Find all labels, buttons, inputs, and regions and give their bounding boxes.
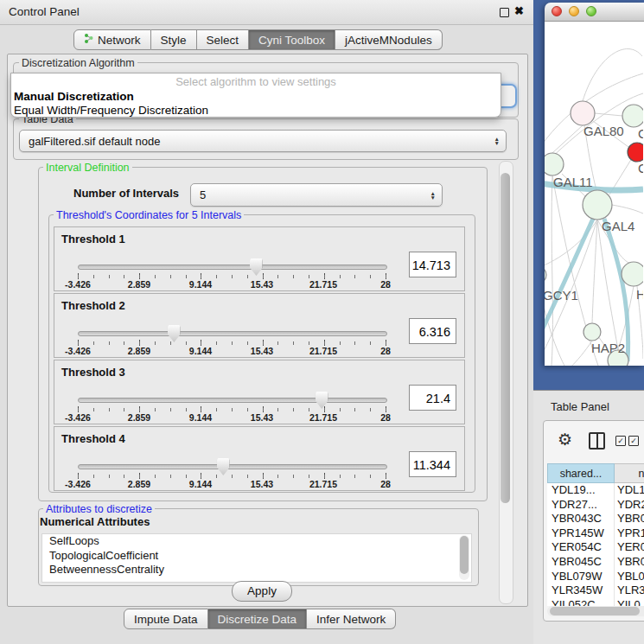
node-hap2 — [583, 323, 601, 341]
control-panel-tabs: Network Style Select Cyni Toolbox jActiv… — [73, 29, 443, 50]
table-row[interactable]: YBR045CYBR0 — [547, 555, 644, 570]
column-header-name[interactable]: na — [615, 463, 644, 483]
mac-minimize-button[interactable] — [569, 6, 579, 16]
tab-select[interactable]: Select — [197, 29, 250, 50]
discretization-algorithm-label: Discretization Algorithm — [19, 57, 137, 69]
tab-infer-network[interactable]: Infer Network — [307, 609, 396, 629]
node-label-clipped-c: C — [638, 161, 643, 175]
network-canvas[interactable]: GAL80 GA C GAL11 GAL4 GCY1 HA HAP2 — [545, 22, 644, 366]
number-of-intervals-label: Number of Intervals — [73, 187, 179, 200]
list-item-topologicalcoefficient[interactable]: TopologicalCoefficient — [42, 549, 471, 564]
float-window-icon[interactable] — [500, 8, 509, 17]
table-row[interactable]: YPR145WYPR1 — [547, 526, 644, 541]
network-view-window[interactable]: GAL80 GA C GAL11 GAL4 GCY1 HA HAP2 — [545, 3, 644, 366]
table-horizontal-scrollbar[interactable] — [547, 606, 644, 616]
thresholds-group-label: Threshold's Coordinates for 5 Intervals — [54, 209, 244, 221]
threshold-4-slider[interactable] — [78, 464, 387, 469]
attributes-group-label: Attributes to discretize — [43, 503, 155, 515]
panel-scrollbar-thumb[interactable] — [501, 173, 510, 503]
table-row[interactable]: YLR345WYLR3 — [547, 583, 644, 598]
table-row[interactable]: YER054CYER0 — [547, 540, 644, 555]
algorithm-placeholder-option[interactable]: Select algorithm to view settings — [11, 73, 501, 90]
control-panel-title: Control Panel — [9, 0, 80, 24]
settings-gear-icon[interactable]: ⚙ — [558, 430, 572, 450]
algorithm-option-equal-width[interactable]: Equal Width/Frequency Discretization — [11, 104, 501, 118]
tab-cyni-toolbox[interactable]: Cyni Toolbox — [249, 29, 335, 50]
control-panel-window: Control Panel ✖ Network Style Select — [0, 0, 533, 644]
numerical-attributes-label: Numerical Attributes — [40, 515, 150, 528]
node-label-clipped-ga: GA — [638, 126, 643, 141]
checkbox-icon-1[interactable]: ✓ — [615, 436, 626, 446]
threshold-1-value-field[interactable]: 14.713 — [409, 252, 456, 277]
network-desktop: GAL80 GA C GAL11 GAL4 GCY1 HA HAP2 — [533, 0, 644, 390]
node-label-gal11: GAL11 — [553, 175, 593, 189]
network-icon — [84, 33, 93, 47]
column-header-shared[interactable]: shared... — [547, 463, 615, 483]
tab-discretize-data[interactable]: Discretize Data — [208, 609, 308, 629]
list-item-selfloops[interactable]: SelfLoops — [42, 534, 471, 549]
table-row[interactable]: YBR043CYBR0 — [547, 512, 644, 526]
numerical-attributes-list: SelfLoops TopologicalCoefficient Between… — [41, 533, 472, 583]
combo-stepper-icon: ▲▼ — [494, 131, 500, 151]
tab-impute-data[interactable]: Impute Data — [124, 609, 208, 629]
table-row[interactable]: YDR27...YDR2 — [547, 498, 644, 513]
table-rows: YDL19...YDL1 YDR27...YDR2 YBR043CYBR0 YP… — [547, 483, 644, 606]
table-horizontal-scrollbar-thumb[interactable] — [550, 607, 640, 615]
table-header-row: shared... na — [547, 463, 644, 483]
threshold-2-card: Threshold 2 -3.4262.859 9.14415.43 21.71… — [54, 293, 465, 358]
combo-stepper-icon: ▲▼ — [430, 184, 436, 206]
node-gal11 — [545, 153, 564, 175]
attributes-list-scrollbar[interactable] — [459, 535, 469, 580]
table-data-combo-value: galFiltered.sif default node — [29, 131, 160, 151]
attributes-list-scrollbar-thumb[interactable] — [460, 536, 469, 574]
checkbox-icon-2[interactable]: ✓ — [628, 436, 639, 446]
network-window-titlebar — [545, 3, 644, 22]
threshold-3-slider[interactable] — [78, 398, 387, 403]
cyni-bottom-tabs: Impute Data Discretize Data Infer Networ… — [124, 609, 396, 629]
list-item-betweennesscentrality[interactable]: BetweennessCentrality — [42, 563, 471, 577]
number-of-intervals-combo[interactable]: 5 ▲▼ — [190, 183, 443, 207]
threshold-1-card: Threshold 1 -3.4262.859 9.14415.43 21.71… — [54, 226, 465, 291]
table-row[interactable]: YIL052CYIL0 — [547, 598, 644, 606]
interval-definition-label: Interval Definition — [43, 162, 132, 174]
node-label-gal4: GAL4 — [602, 219, 634, 233]
node-clipped-right-top — [622, 105, 643, 127]
mac-close-button[interactable] — [552, 6, 562, 16]
tab-style[interactable]: Style — [151, 29, 197, 50]
algorithm-option-manual[interactable]: Manual Discretization — [11, 90, 501, 104]
threshold-2-slider[interactable] — [78, 331, 387, 336]
threshold-3-value-field[interactable]: 21.4 — [409, 385, 456, 411]
algorithm-dropdown-popup: Select algorithm to view settings Manual… — [10, 73, 501, 118]
tab-jactivemnodules[interactable]: jActiveMNodules — [335, 29, 443, 50]
tab-network-label: Network — [98, 34, 141, 47]
node-gal80 — [571, 101, 595, 125]
threshold-4-value-field[interactable]: 11.344 — [409, 451, 456, 477]
column-view-icon[interactable] — [589, 432, 605, 450]
table-row[interactable]: YDL19...YDL1 — [547, 483, 644, 498]
apply-button[interactable]: Apply — [232, 581, 292, 602]
threshold-1-slider[interactable] — [78, 265, 387, 270]
node-clipped-right-mid — [622, 262, 643, 286]
threshold-4-label: Threshold 4 — [61, 432, 125, 445]
mac-zoom-button[interactable] — [586, 6, 596, 16]
close-icon[interactable]: ✖ — [514, 4, 524, 17]
network-graph: GAL80 GA C GAL11 GAL4 GCY1 HA HAP2 — [545, 22, 643, 366]
node-gcy1 — [545, 266, 546, 284]
table-row[interactable]: YBL079WYBL0 — [547, 570, 644, 584]
table-panel-card: ⚙ ✓ ✓ shared... na YDL19...YDL1 YDR27...… — [543, 420, 644, 622]
panel-scrollbar[interactable] — [499, 161, 513, 604]
threshold-2-value-field[interactable]: 6.316 — [409, 318, 456, 344]
table-panel-title: Table Panel — [551, 400, 609, 413]
node-gal4 — [583, 190, 612, 220]
threshold-3-card: Threshold 3 -3.4262.859 9.14415.43 21.71… — [54, 360, 465, 424]
screen: Control Panel ✖ Network Style Select — [0, 0, 644, 644]
number-of-intervals-value: 5 — [200, 184, 206, 206]
table-panel-toolbar: ⚙ ✓ ✓ — [544, 421, 644, 462]
threshold-1-label: Threshold 1 — [61, 233, 125, 245]
node-label-gcy1: GCY1 — [545, 288, 578, 303]
node-label-hap2: HAP2 — [591, 341, 625, 355]
node-label-gal80: GAL80 — [583, 124, 624, 138]
tab-network[interactable]: Network — [73, 29, 151, 50]
table-data-combo[interactable]: galFiltered.sif default node ▲▼ — [19, 130, 507, 152]
node-label-clipped-ha: HA — [636, 287, 643, 302]
